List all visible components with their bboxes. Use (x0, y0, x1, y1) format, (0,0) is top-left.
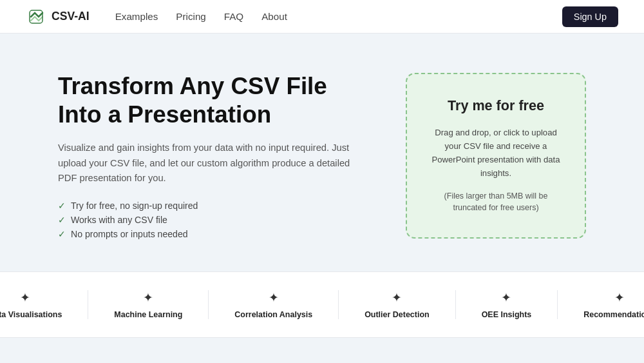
svg-rect-0 (26, 6, 46, 27)
feature-star-icon: ✦ (501, 290, 511, 305)
nav-link-faq[interactable]: FAQ (224, 11, 243, 22)
feature-star-icon: ✦ (392, 290, 402, 305)
feature-item-recommendations: ✦ Recommendations (558, 290, 644, 319)
navbar: CSV-AI Examples Pricing FAQ About Sign U… (0, 0, 644, 34)
bullet-label-1: Try for free, no sign-up required (71, 201, 198, 211)
nav-link-examples[interactable]: Examples (115, 11, 158, 22)
bullet-label-3: No prompts or inputs needed (71, 229, 188, 239)
hero-title: Transform Any CSV File Into a Presentati… (58, 72, 367, 129)
bullet-1: ✓ Try for free, no sign-up required (58, 201, 367, 211)
hero-bullets: ✓ Try for free, no sign-up required ✓ Wo… (58, 201, 367, 239)
feature-label: Recommendations (583, 310, 644, 319)
check-icon-3: ✓ (58, 229, 66, 239)
feature-item-correlation-analysis: ✦ Correlation Analysis (209, 290, 339, 319)
feature-star-icon: ✦ (269, 290, 279, 305)
nav-link-pricing[interactable]: Pricing (176, 11, 205, 22)
upload-card-note: (Files larger than 5MB will be truncated… (428, 190, 564, 214)
hero-section: Transform Any CSV File Into a Presentati… (0, 34, 644, 271)
nav-item-faq[interactable]: FAQ (224, 11, 243, 23)
examples-section: Example Presentations ‹ 🏭 ProductionLine… (0, 338, 644, 363)
bullet-2: ✓ Works with any CSV file (58, 215, 367, 225)
feature-item-data-visualisations: ✦ Data Visualisations (0, 290, 88, 319)
upload-card-title: Try me for free (428, 97, 564, 114)
nav-links: Examples Pricing FAQ About (115, 11, 562, 23)
hero-subtitle: Visualize and gain insights from your da… (58, 141, 367, 186)
nav-link-about[interactable]: About (261, 11, 287, 22)
nav-item-examples[interactable]: Examples (115, 11, 158, 23)
feature-label: OEE Insights (482, 310, 532, 319)
signup-button[interactable]: Sign Up (562, 6, 618, 27)
feature-item-oee-insights: ✦ OEE Insights (456, 290, 558, 319)
bullet-3: ✓ No prompts or inputs needed (58, 229, 367, 239)
feature-item-machine-learning: ✦ Machine Learning (88, 290, 209, 319)
upload-card-description: Drag and drop, or click to upload your C… (428, 126, 564, 180)
feature-label: Data Visualisations (0, 310, 62, 319)
check-icon-2: ✓ (58, 215, 66, 225)
logo[interactable]: CSV-AI (26, 6, 90, 27)
logo-icon (26, 6, 46, 27)
feature-star-icon: ✦ (143, 290, 153, 305)
feature-label: Correlation Analysis (234, 310, 312, 319)
feature-label: Outlier Detection (365, 310, 429, 319)
hero-left: Transform Any CSV File Into a Presentati… (58, 72, 367, 239)
nav-item-pricing[interactable]: Pricing (176, 11, 205, 23)
feature-star-icon: ✦ (614, 290, 625, 305)
logo-text: CSV-AI (52, 10, 90, 23)
check-icon-1: ✓ (58, 201, 66, 211)
features-bar: ✦ Data Visualisations ✦ Machine Learning… (0, 271, 644, 338)
feature-star-icon: ✦ (20, 290, 30, 305)
bullet-label-2: Works with any CSV file (71, 215, 167, 225)
feature-item-outlier-detection: ✦ Outlier Detection (339, 290, 455, 319)
nav-item-about[interactable]: About (261, 11, 287, 23)
upload-card[interactable]: Try me for free Drag and drop, or click … (406, 73, 586, 239)
feature-label: Machine Learning (114, 310, 182, 319)
